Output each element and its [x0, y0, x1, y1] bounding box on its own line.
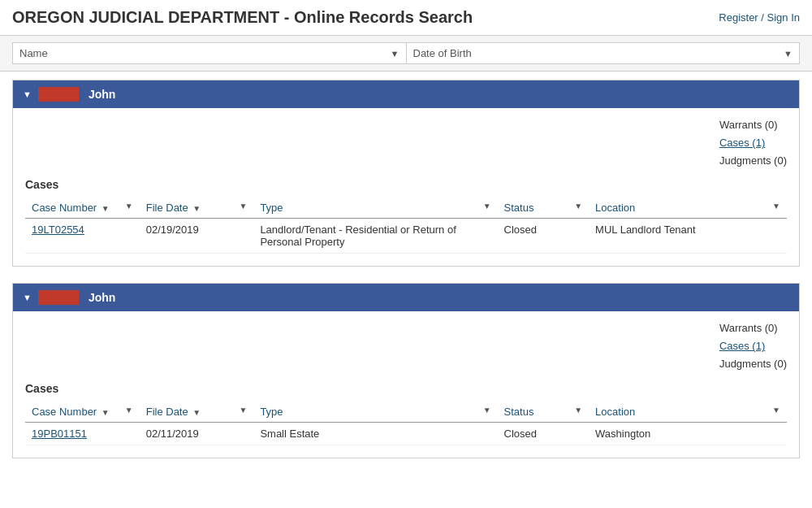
col-header-status-1[interactable]: Status ▼	[498, 198, 590, 219]
case-number-sort-icon-2: ▼	[102, 408, 110, 417]
case-number-link-1[interactable]: 19LT02554	[32, 224, 84, 236]
status-col-chevron-1: ▼	[574, 202, 582, 211]
page-header: OREGON JUDICIAL DEPARTMENT - Online Reco…	[0, 0, 812, 36]
person-2-judgments: Judgments (0)	[719, 355, 787, 373]
person-1-first-name: John	[89, 88, 115, 101]
col-header-status-2[interactable]: Status ▼	[498, 402, 590, 423]
auth-link[interactable]: Register / Sign In	[719, 11, 800, 24]
file-date-sort-2[interactable]: File Date	[146, 406, 188, 418]
case-number-col-chevron-1: ▼	[125, 202, 133, 211]
person-1-stats: Warrants (0) Cases (1) Judgments (0)	[719, 116, 787, 170]
col-header-case-number-2[interactable]: Case Number ▼ ▼	[25, 402, 140, 423]
person-1-cases-link[interactable]: Cases (1)	[719, 137, 765, 149]
file-date-col-chevron-1: ▼	[239, 202, 247, 211]
case-number-col-chevron-2: ▼	[125, 406, 133, 415]
main-content: ▼ John Warrants (0) Cases (1) Judgments …	[0, 72, 812, 483]
status-cell-2: Closed	[498, 422, 590, 445]
table-row: 19PB01151 02/11/2019 Small Estate Closed…	[25, 422, 787, 445]
location-col-chevron-1: ▼	[772, 202, 780, 211]
person-header-1: ▼ John	[13, 80, 799, 108]
person-1-warrants: Warrants (0)	[719, 116, 787, 134]
person-1-info: Warrants (0) Cases (1) Judgments (0)	[13, 108, 799, 178]
case-number-link-2[interactable]: 19PB01151	[32, 428, 87, 440]
table-header-row-1: Case Number ▼ ▼ File Date ▼ ▼ Type ▼	[25, 198, 787, 219]
status-col-chevron-2: ▼	[574, 406, 582, 415]
person-1-cases-section: Cases Case Number ▼ ▼ File Date ▼ ▼	[13, 178, 799, 266]
location-sort-2[interactable]: Location	[595, 406, 635, 418]
person-1-judgments: Judgments (0)	[719, 152, 787, 170]
dob-field-label: Date of Birth	[413, 47, 778, 59]
person-1-redacted-last-name	[38, 87, 79, 102]
col-header-type-2[interactable]: Type ▼	[253, 402, 497, 423]
name-search-field[interactable]: Name ▼	[12, 42, 406, 64]
search-bar: Name ▼ Date of Birth ▼	[0, 36, 812, 72]
person-2-warrants: Warrants (0)	[719, 319, 787, 337]
status-sort-2[interactable]: Status	[504, 406, 534, 418]
col-header-file-date-2[interactable]: File Date ▼ ▼	[140, 402, 254, 423]
status-cell-1: Closed	[498, 219, 590, 254]
case-number-cell-1: 19LT02554	[25, 219, 140, 254]
name-field-label: Name	[19, 47, 384, 59]
file-date-cell-1: 02/19/2019	[140, 219, 254, 254]
person-2-stats: Warrants (0) Cases (1) Judgments (0)	[719, 319, 787, 373]
col-header-case-number-1[interactable]: Case Number ▼ ▼	[25, 198, 140, 219]
col-header-location-1[interactable]: Location ▼	[589, 198, 787, 219]
case-number-sort-1[interactable]: Case Number	[32, 202, 97, 214]
person-1-cases-table: Case Number ▼ ▼ File Date ▼ ▼ Type ▼	[25, 198, 787, 254]
type-col-chevron-1: ▼	[483, 202, 491, 211]
type-col-chevron-2: ▼	[483, 406, 491, 415]
person-2-collapse-icon[interactable]: ▼	[23, 293, 32, 302]
page-title: OREGON JUDICIAL DEPARTMENT - Online Reco…	[12, 8, 473, 27]
col-header-location-2[interactable]: Location ▼	[589, 402, 787, 423]
register-sign-in-link[interactable]: Register / Sign In	[719, 11, 800, 24]
type-cell-1: Landlord/Tenant - Residential or Return …	[253, 219, 497, 254]
file-date-cell-2: 02/11/2019	[140, 422, 254, 445]
type-cell-2: Small Estate	[253, 422, 497, 445]
person-block-2: ▼ John Warrants (0) Cases (1) Judgments …	[12, 283, 800, 458]
file-date-sort-icon-2: ▼	[192, 408, 201, 417]
person-header-2: ▼ John	[13, 284, 799, 311]
person-1-collapse-icon[interactable]: ▼	[23, 89, 32, 99]
person-2-cases-title: Cases	[25, 382, 787, 395]
file-date-sort-1[interactable]: File Date	[146, 202, 188, 214]
col-header-type-1[interactable]: Type ▼	[253, 198, 497, 219]
col-header-file-date-1[interactable]: File Date ▼ ▼	[140, 198, 254, 219]
table-header-row-2: Case Number ▼ ▼ File Date ▼ ▼ Type ▼	[25, 402, 787, 423]
location-cell-1: MUL Landlord Tenant	[589, 219, 787, 254]
file-date-col-chevron-2: ▼	[239, 406, 247, 415]
person-2-cases-section: Cases Case Number ▼ ▼ File Date ▼ ▼	[13, 382, 799, 458]
status-sort-1[interactable]: Status	[504, 202, 534, 214]
location-sort-1[interactable]: Location	[595, 202, 635, 214]
person-2-first-name: John	[89, 291, 115, 304]
person-2-cases-table: Case Number ▼ ▼ File Date ▼ ▼ Type ▼	[25, 402, 787, 445]
location-cell-2: Washington	[589, 422, 787, 445]
person-1-cases-title: Cases	[25, 178, 787, 191]
file-date-sort-icon-1: ▼	[192, 204, 201, 213]
dob-chevron-icon: ▼	[784, 49, 793, 59]
case-number-cell-2: 19PB01151	[25, 422, 140, 445]
case-number-sort-2[interactable]: Case Number	[32, 406, 97, 418]
name-chevron-icon: ▼	[391, 49, 400, 59]
person-2-info: Warrants (0) Cases (1) Judgments (0)	[13, 311, 799, 381]
person-2-cases-link[interactable]: Cases (1)	[719, 340, 765, 352]
case-number-sort-icon-1: ▼	[102, 204, 110, 213]
dob-search-field[interactable]: Date of Birth ▼	[406, 42, 801, 64]
type-sort-1[interactable]: Type	[260, 202, 283, 214]
location-col-chevron-2: ▼	[772, 406, 780, 415]
type-sort-2[interactable]: Type	[260, 406, 283, 418]
person-2-redacted-last-name	[38, 290, 79, 305]
table-row: 19LT02554 02/19/2019 Landlord/Tenant - R…	[25, 219, 787, 254]
person-block-1: ▼ John Warrants (0) Cases (1) Judgments …	[12, 80, 800, 267]
